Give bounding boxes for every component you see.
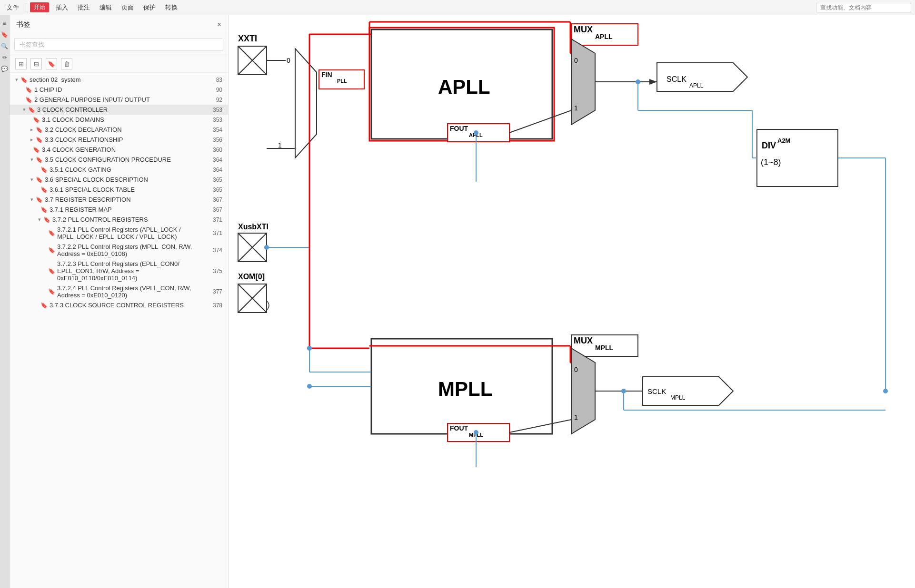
expand-icon: ▾ [23,107,26,113]
svg-text:MPLL: MPLL [595,344,614,352]
sidebar-search-input[interactable] [14,38,223,51]
bookmark-page: 353 [208,117,222,123]
svg-text:0: 0 [574,57,578,64]
bookmark-page: 367 [208,206,222,213]
menu-page[interactable]: 页面 [119,3,137,12]
menu-convert[interactable]: 转换 [162,3,180,12]
bookmark-item-reg_map[interactable]: 🔖 3.7.1 REGISTER MAP 367 [10,205,228,215]
bookmark-add[interactable]: 🔖 [46,58,57,69]
svg-text:APLL: APLL [595,33,613,40]
bookmark-item-pll_ctrl[interactable]: ▾ 🔖 3.7.2 PLL CONTROL REGISTERS 371 [10,215,228,225]
sidebar-title-label: 书签 [16,20,30,29]
bookmark-page: 374 [208,247,222,254]
bookmark-page: 371 [208,216,222,223]
bookmark-icon: 🔖 [40,167,48,173]
svg-text:MPLL: MPLL [670,394,686,401]
sidebar-search-area [10,34,228,55]
bookmark-page: 365 [208,176,222,183]
bookmark-item-clock_domains[interactable]: 🔖 3.1 CLOCK DOMAINS 353 [10,115,228,125]
expand-icon: ▾ [30,196,33,203]
bookmark-label: 3.7.2.3 PLL Control Registers (EPLL_CON0… [57,260,208,282]
start-button[interactable]: 开始 [30,2,49,12]
bookmark-label: 3.7.2.2 PLL Control Registers (MPLL_CON,… [57,243,208,257]
bookmark-item-reg_desc[interactable]: ▾ 🔖 3.7 REGISTER DESCRIPTION 367 [10,195,228,205]
svg-text:MUX: MUX [574,336,593,345]
nav-icon-5[interactable]: 💬 [0,65,9,73]
nav-icon-4[interactable]: ✏ [0,53,9,62]
expand-icon: ▾ [15,77,18,83]
bookmark-item-gpio[interactable]: 🔖 2 GENERAL PURPOSE INPUT/ OUTPUT 92 [10,95,228,105]
bookmark-item-clock_ctrl[interactable]: ▾ 🔖 3 CLOCK CONTROLLER 353 [10,105,228,115]
bookmark-item-special_clk[interactable]: ▾ 🔖 3.6 SPECIAL CLOCK DESCRIPTION 365 [10,175,228,185]
bookmark-page: 90 [208,87,222,93]
bookmark-item-clock_decl[interactable]: ▸ 🔖 3.2 CLOCK DECLARATION 354 [10,125,228,135]
nav-icon-1[interactable]: ≡ [0,19,9,28]
svg-text:FOUT: FOUT [450,125,468,132]
bookmark-item-special_clk_tbl[interactable]: 🔖 3.6.1 SPECIAL CLOCK TABLE 365 [10,185,228,195]
bookmark-page: 377 [208,288,222,295]
svg-text:(1~8): (1~8) [761,157,781,167]
sidebar-header: 书签 × [10,15,228,34]
bookmark-icon: 🔖 [25,87,32,93]
svg-text:SCLK: SCLK [666,75,686,83]
bookmark-page: 356 [208,137,222,143]
toolbar: 文件 开始 插入 批注 编辑 页面 保护 转换 [0,0,915,15]
bookmark-icon: 🔖 [33,117,40,123]
menu-annotate[interactable]: 批注 [75,3,93,12]
menu-protect[interactable]: 保护 [140,3,159,12]
expand-icon: ▸ [30,137,33,143]
bookmark-item-clock_cfg[interactable]: ▾ 🔖 3.5 CLOCK CONFIGURATION PROCEDURE 36… [10,155,228,165]
bookmark-item-pll_3724[interactable]: 🔖 3.7.2.4 PLL Control Registers (VPLL_CO… [10,283,228,300]
bookmark-label: 3.3 CLOCK RELATIONSHIP [45,136,208,143]
menu-edit[interactable]: 编辑 [97,3,115,12]
bookmark-page: 371 [208,230,222,236]
menu-insert[interactable]: 插入 [53,3,71,12]
bookmark-item-pll_3722[interactable]: 🔖 3.7.2.2 PLL Control Registers (MPLL_CO… [10,242,228,259]
bookmark-page: 378 [208,302,222,309]
sidebar-close-button[interactable]: × [217,20,221,29]
bookmark-label: 3.5 CLOCK CONFIGURATION PROCEDURE [45,156,208,163]
bookmark-item-clock_gating[interactable]: 🔖 3.5.1 CLOCK GATING 364 [10,165,228,175]
nav-icon-2[interactable]: 🔖 [0,30,9,39]
svg-text:FIN: FIN [321,71,332,78]
bookmark-label: 3.7.2.4 PLL Control Registers (VPLL_CON,… [57,284,208,299]
svg-text:MUX: MUX [574,25,593,34]
main-content-area: XXTI 0 1 FIN PLL APLL F [229,15,915,588]
global-search-input[interactable] [816,3,911,12]
sidebar-toolbar: ⊞ ⊟ 🔖 🗑 [10,55,228,73]
svg-text:DIV: DIV [762,141,776,150]
bookmark-item-pll_3723[interactable]: 🔖 3.7.2.3 PLL Control Registers (EPLL_CO… [10,259,228,283]
bookmark-icon: 🔖 [36,196,43,203]
bookmark-icon: 🔖 [25,97,32,103]
svg-text:FOUT: FOUT [450,424,468,432]
svg-text:PLL: PLL [337,78,347,84]
bookmark-item-clk_src[interactable]: 🔖 3.7.3 CLOCK SOURCE CONTROL REGISTERS 3… [10,300,228,310]
bookmark-item-chip_id[interactable]: 🔖 1 CHIP ID 90 [10,85,228,95]
bookmark-item-clock_rel[interactable]: ▸ 🔖 3.3 CLOCK RELATIONSHIP 356 [10,135,228,145]
menu-file[interactable]: 文件 [4,3,22,12]
svg-text:0: 0 [574,366,578,373]
svg-text:XXTI: XXTI [238,34,257,43]
bookmark-expand-all[interactable]: ⊞ [15,58,27,69]
bookmark-page: 92 [208,97,222,103]
bookmarks-sidebar: 书签 × ⊞ ⊟ 🔖 🗑 ▾ 🔖 section 02_system 83 🔖 … [10,15,229,588]
bookmark-label: 3.7 REGISTER DESCRIPTION [45,196,208,203]
bookmark-icon: 🔖 [28,107,35,113]
svg-marker-10 [295,49,317,158]
bookmark-label: 3.6 SPECIAL CLOCK DESCRIPTION [45,176,208,183]
svg-marker-23 [571,39,595,125]
bookmark-page: 367 [208,196,222,203]
svg-text:APLL: APLL [689,82,704,89]
bookmark-label: 3.7.1 REGISTER MAP [50,206,208,213]
bookmark-icon: 🔖 [43,216,50,223]
bookmark-item-section02[interactable]: ▾ 🔖 section 02_system 83 [10,75,228,85]
bookmark-item-pll_3721[interactable]: 🔖 3.7.2.1 PLL Control Registers (APLL_LO… [10,225,228,242]
left-nav-panel: ≡ 🔖 🔍 ✏ 💬 [0,15,10,588]
bookmark-page: 375 [208,268,222,274]
nav-icon-3[interactable]: 🔍 [0,42,9,50]
bookmark-delete[interactable]: 🗑 [61,58,72,69]
bookmark-collapse-all[interactable]: ⊟ [30,58,42,69]
bookmark-item-clock_gen[interactable]: 🔖 3.4 CLOCK GENERATION 360 [10,145,228,155]
bookmark-page: 354 [208,127,222,133]
page-canvas[interactable]: XXTI 0 1 FIN PLL APLL F [229,15,915,588]
